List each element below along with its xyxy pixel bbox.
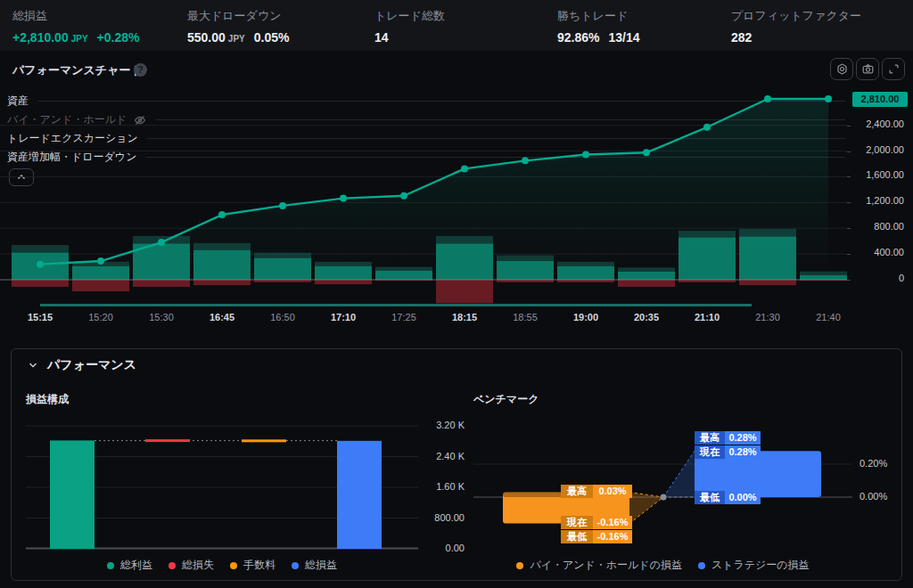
strategy-max-chip: 最高0.28% — [695, 431, 761, 445]
pnl-chart-svg — [26, 418, 418, 553]
legend-gross-profit[interactable]: 総利益 — [107, 558, 152, 573]
performance-panel: パフォーマンス 損益構成 3.20 K2.40 K1.60 K800.000.0… — [11, 348, 902, 581]
x-axis-label: 15:15 — [18, 312, 62, 323]
help-icon[interactable]: ? — [134, 63, 147, 77]
stat-max-drawdown: 最大ドローダウン 550.00JPY0.05% — [187, 8, 289, 45]
stat-label: 勝ちトレード — [557, 8, 640, 24]
panel-title: パフォーマンス — [47, 357, 136, 373]
benchmark-title: ベンチマーク — [473, 392, 539, 407]
x-axis-label: 15:30 — [139, 312, 184, 323]
teal-dot-icon — [107, 562, 114, 569]
benchmark-y-axis: 0.20%0.00% — [854, 418, 902, 553]
pnl-composition-title: 損益構成 — [26, 392, 69, 407]
strategy-min-chip: 最低0.00% — [695, 491, 761, 504]
legend-commission[interactable]: 手数料 — [230, 558, 276, 573]
buyhold-min-chip: 最低-0.16% — [561, 530, 632, 543]
legend-net-profit[interactable]: 総損益 — [292, 558, 337, 573]
price-axis[interactable]: 2,400.002,000.001,600.001,200.00800.0040… — [847, 89, 913, 312]
y-axis-label: 2,000.00 — [847, 144, 904, 155]
strategy-current-chip: 現在0.28% — [695, 445, 761, 459]
last-value-badge: 2,810.00 — [852, 92, 908, 107]
camera-icon — [861, 62, 875, 76]
y-axis-label: 2,400.00 — [847, 118, 904, 129]
settings-button[interactable] — [830, 58, 853, 80]
summary-stats-bar: 総損益 +2,810.00JPY+0.28% 最大ドローダウン 550.00JP… — [0, 0, 913, 51]
pnl-composition-y-axis: 3.20 K2.40 K1.60 K800.000.00 — [416, 418, 468, 553]
stat-value: 14 — [374, 30, 445, 45]
y-axis-label: 1.60 K — [416, 481, 465, 492]
screenshot-button[interactable] — [856, 58, 879, 80]
red-dot-icon — [169, 562, 176, 569]
stat-profit-factor: プロフィットファクター 282 — [731, 8, 861, 45]
x-axis-label: 15:20 — [78, 312, 123, 323]
y-axis-label: 0 — [847, 273, 904, 283]
x-axis-label: 17:25 — [382, 312, 426, 323]
y-axis-label: 1,600.00 — [847, 169, 904, 180]
pnl-legend: 総利益 総損失 手数料 総損益 — [26, 558, 418, 573]
performance-chart-title: パフォーマンスチャート — [12, 62, 143, 78]
performance-panel-header[interactable]: パフォーマンス — [12, 349, 901, 381]
x-axis-label: 17:10 — [321, 312, 366, 323]
x-axis-label: 18:55 — [503, 312, 547, 323]
y-axis-label: 800.00 — [847, 221, 904, 232]
performance-chart-canvas[interactable] — [0, 89, 847, 308]
fullscreen-button[interactable] — [882, 58, 905, 80]
orange-dot-icon — [230, 562, 237, 569]
blue-dot-icon — [292, 562, 299, 569]
y-axis-label: 800.00 — [416, 512, 465, 523]
x-axis-label: 21:30 — [745, 312, 790, 323]
stat-label: 総損益 — [12, 8, 139, 24]
legend-gross-loss[interactable]: 総損失 — [169, 558, 214, 573]
stat-value: 550.00JPY0.05% — [187, 30, 289, 45]
orange-dot-icon — [516, 562, 523, 569]
y-axis-label: 1,200.00 — [847, 195, 904, 206]
blue-dot-icon — [698, 562, 705, 569]
x-axis-label: 18:15 — [442, 312, 487, 323]
stat-net-profit: 総損益 +2,810.00JPY+0.28% — [12, 8, 139, 45]
buyhold-max-chip: 最高0.03% — [561, 485, 632, 498]
benchmark-chart — [473, 418, 852, 553]
x-axis-label: 20:35 — [624, 312, 669, 323]
pnl-composition-chart — [26, 418, 418, 553]
stat-winning-trades: 勝ちトレード 92.86%13/14 — [557, 8, 640, 45]
x-axis-label: 16:50 — [260, 312, 305, 323]
legend-strategy[interactable]: ストラテジーの損益 — [698, 558, 810, 573]
y-axis-label: 2.40 K — [416, 451, 465, 461]
y-axis-label: 0.00% — [860, 491, 887, 502]
strategy-tester-panel: 総損益 +2,810.00JPY+0.28% 最大ドローダウン 550.00JP… — [0, 0, 913, 588]
stat-total-trades: トレード総数 14 — [374, 8, 445, 45]
equity-chart-svg — [0, 89, 847, 308]
x-axis-label: 19:00 — [563, 312, 608, 323]
x-axis-label: 21:40 — [806, 312, 851, 323]
stat-value: 282 — [731, 30, 861, 45]
x-axis-label: 16:45 — [200, 312, 244, 323]
y-axis-label: 0.20% — [860, 458, 887, 469]
y-axis-label: 400.00 — [847, 247, 904, 257]
stat-value: 92.86%13/14 — [557, 30, 640, 45]
x-axis-label: 21:10 — [685, 312, 729, 323]
buyhold-current-chip: 現在-0.16% — [561, 516, 632, 529]
y-axis-label: 0.00 — [416, 543, 465, 553]
y-axis-label: 3.20 K — [416, 420, 465, 430]
stat-label: トレード総数 — [374, 8, 445, 24]
gear-icon — [835, 62, 849, 76]
chevron-down-icon — [28, 361, 38, 370]
legend-buy-and-hold[interactable]: バイ・アンド・ホールドの損益 — [516, 558, 682, 573]
benchmark-legend: バイ・アンド・ホールドの損益 ストラテジーの損益 — [473, 558, 852, 573]
stat-label: 最大ドローダウン — [187, 8, 289, 24]
stat-label: プロフィットファクター — [731, 8, 861, 24]
time-axis[interactable]: 15:1515:2015:3016:4516:5017:1017:2518:15… — [0, 312, 847, 326]
benchmark-chart-svg — [473, 418, 852, 553]
fullscreen-icon — [887, 62, 901, 76]
stat-value: +2,810.00JPY+0.28% — [12, 30, 139, 45]
